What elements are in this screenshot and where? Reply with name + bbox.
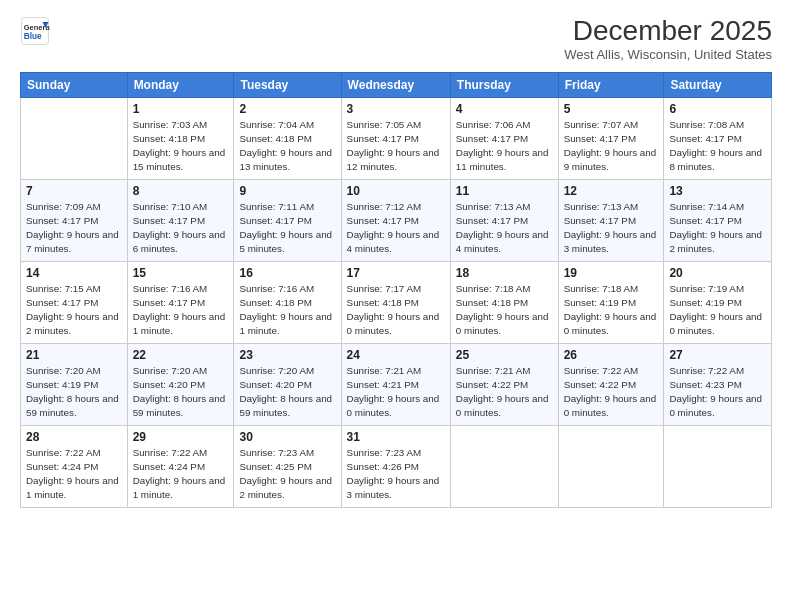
calendar-cell-w2-d4: 10Sunrise: 7:12 AMSunset: 4:17 PMDayligh…	[341, 179, 450, 261]
day-number: 9	[239, 184, 335, 198]
calendar-cell-w3-d2: 15Sunrise: 7:16 AMSunset: 4:17 PMDayligh…	[127, 261, 234, 343]
sunrise-text: Sunrise: 7:13 AM	[564, 201, 639, 212]
calendar-cell-w4-d3: 23Sunrise: 7:20 AMSunset: 4:20 PMDayligh…	[234, 343, 341, 425]
daylight-text: Daylight: 9 hours and 0 minutes.	[564, 311, 657, 336]
sunrise-text: Sunrise: 7:22 AM	[133, 447, 208, 458]
day-info: Sunrise: 7:22 AMSunset: 4:23 PMDaylight:…	[669, 364, 766, 421]
day-info: Sunrise: 7:22 AMSunset: 4:24 PMDaylight:…	[26, 446, 122, 503]
sunrise-text: Sunrise: 7:14 AM	[669, 201, 744, 212]
calendar-cell-w2-d1: 7Sunrise: 7:09 AMSunset: 4:17 PMDaylight…	[21, 179, 128, 261]
day-info: Sunrise: 7:22 AMSunset: 4:24 PMDaylight:…	[133, 446, 229, 503]
calendar-cell-w5-d1: 28Sunrise: 7:22 AMSunset: 4:24 PMDayligh…	[21, 425, 128, 507]
day-number: 21	[26, 348, 122, 362]
day-number: 27	[669, 348, 766, 362]
calendar-cell-w4-d1: 21Sunrise: 7:20 AMSunset: 4:19 PMDayligh…	[21, 343, 128, 425]
day-info: Sunrise: 7:22 AMSunset: 4:22 PMDaylight:…	[564, 364, 659, 421]
sunrise-text: Sunrise: 7:08 AM	[669, 119, 744, 130]
sunrise-text: Sunrise: 7:11 AM	[239, 201, 314, 212]
header-monday: Monday	[127, 72, 234, 97]
calendar-cell-w5-d6	[558, 425, 664, 507]
sunset-text: Sunset: 4:21 PM	[347, 379, 419, 390]
calendar-cell-w1-d2: 1Sunrise: 7:03 AMSunset: 4:18 PMDaylight…	[127, 97, 234, 179]
sunset-text: Sunset: 4:20 PM	[133, 379, 205, 390]
calendar-cell-w2-d7: 13Sunrise: 7:14 AMSunset: 4:17 PMDayligh…	[664, 179, 772, 261]
day-info: Sunrise: 7:23 AMSunset: 4:25 PMDaylight:…	[239, 446, 335, 503]
logo: General Blue	[20, 16, 50, 46]
header-sunday: Sunday	[21, 72, 128, 97]
month-title: December 2025	[564, 16, 772, 47]
calendar-week-4: 21Sunrise: 7:20 AMSunset: 4:19 PMDayligh…	[21, 343, 772, 425]
daylight-text: Daylight: 8 hours and 59 minutes.	[133, 393, 226, 418]
daylight-text: Daylight: 9 hours and 4 minutes.	[456, 229, 549, 254]
header: General Blue December 2025 West Allis, W…	[20, 16, 772, 62]
daylight-text: Daylight: 9 hours and 2 minutes.	[26, 311, 119, 336]
calendar-cell-w4-d6: 26Sunrise: 7:22 AMSunset: 4:22 PMDayligh…	[558, 343, 664, 425]
day-info: Sunrise: 7:20 AMSunset: 4:20 PMDaylight:…	[239, 364, 335, 421]
sunrise-text: Sunrise: 7:05 AM	[347, 119, 422, 130]
calendar-cell-w4-d4: 24Sunrise: 7:21 AMSunset: 4:21 PMDayligh…	[341, 343, 450, 425]
calendar-cell-w1-d7: 6Sunrise: 7:08 AMSunset: 4:17 PMDaylight…	[664, 97, 772, 179]
daylight-text: Daylight: 8 hours and 59 minutes.	[26, 393, 119, 418]
day-number: 8	[133, 184, 229, 198]
calendar-cell-w2-d2: 8Sunrise: 7:10 AMSunset: 4:17 PMDaylight…	[127, 179, 234, 261]
sunset-text: Sunset: 4:17 PM	[456, 133, 528, 144]
calendar-cell-w1-d6: 5Sunrise: 7:07 AMSunset: 4:17 PMDaylight…	[558, 97, 664, 179]
day-info: Sunrise: 7:20 AMSunset: 4:19 PMDaylight:…	[26, 364, 122, 421]
calendar-cell-w1-d5: 4Sunrise: 7:06 AMSunset: 4:17 PMDaylight…	[450, 97, 558, 179]
day-info: Sunrise: 7:04 AMSunset: 4:18 PMDaylight:…	[239, 118, 335, 175]
day-info: Sunrise: 7:10 AMSunset: 4:17 PMDaylight:…	[133, 200, 229, 257]
day-info: Sunrise: 7:20 AMSunset: 4:20 PMDaylight:…	[133, 364, 229, 421]
calendar-cell-w1-d3: 2Sunrise: 7:04 AMSunset: 4:18 PMDaylight…	[234, 97, 341, 179]
sunset-text: Sunset: 4:26 PM	[347, 461, 419, 472]
day-info: Sunrise: 7:16 AMSunset: 4:17 PMDaylight:…	[133, 282, 229, 339]
daylight-text: Daylight: 9 hours and 8 minutes.	[669, 147, 762, 172]
sunset-text: Sunset: 4:25 PM	[239, 461, 311, 472]
sunset-text: Sunset: 4:18 PM	[347, 297, 419, 308]
daylight-text: Daylight: 8 hours and 59 minutes.	[239, 393, 332, 418]
daylight-text: Daylight: 9 hours and 15 minutes.	[133, 147, 226, 172]
daylight-text: Daylight: 9 hours and 0 minutes.	[456, 393, 549, 418]
sunset-text: Sunset: 4:22 PM	[456, 379, 528, 390]
sunrise-text: Sunrise: 7:07 AM	[564, 119, 639, 130]
sunrise-text: Sunrise: 7:12 AM	[347, 201, 422, 212]
day-info: Sunrise: 7:12 AMSunset: 4:17 PMDaylight:…	[347, 200, 445, 257]
sunset-text: Sunset: 4:19 PM	[669, 297, 741, 308]
day-number: 24	[347, 348, 445, 362]
page: General Blue December 2025 West Allis, W…	[0, 0, 792, 612]
calendar-table: Sunday Monday Tuesday Wednesday Thursday…	[20, 72, 772, 508]
day-info: Sunrise: 7:05 AMSunset: 4:17 PMDaylight:…	[347, 118, 445, 175]
calendar-cell-w3-d6: 19Sunrise: 7:18 AMSunset: 4:19 PMDayligh…	[558, 261, 664, 343]
sunrise-text: Sunrise: 7:03 AM	[133, 119, 208, 130]
day-number: 10	[347, 184, 445, 198]
daylight-text: Daylight: 9 hours and 0 minutes.	[669, 393, 762, 418]
sunset-text: Sunset: 4:17 PM	[133, 215, 205, 226]
header-saturday: Saturday	[664, 72, 772, 97]
sunset-text: Sunset: 4:17 PM	[239, 215, 311, 226]
calendar-cell-w5-d3: 30Sunrise: 7:23 AMSunset: 4:25 PMDayligh…	[234, 425, 341, 507]
sunset-text: Sunset: 4:17 PM	[564, 133, 636, 144]
location: West Allis, Wisconsin, United States	[564, 47, 772, 62]
daylight-text: Daylight: 9 hours and 4 minutes.	[347, 229, 440, 254]
calendar-cell-w3-d7: 20Sunrise: 7:19 AMSunset: 4:19 PMDayligh…	[664, 261, 772, 343]
day-number: 6	[669, 102, 766, 116]
day-number: 3	[347, 102, 445, 116]
day-number: 15	[133, 266, 229, 280]
sunset-text: Sunset: 4:24 PM	[133, 461, 205, 472]
daylight-text: Daylight: 9 hours and 9 minutes.	[564, 147, 657, 172]
sunrise-text: Sunrise: 7:09 AM	[26, 201, 101, 212]
sunset-text: Sunset: 4:17 PM	[669, 133, 741, 144]
daylight-text: Daylight: 9 hours and 7 minutes.	[26, 229, 119, 254]
calendar-week-5: 28Sunrise: 7:22 AMSunset: 4:24 PMDayligh…	[21, 425, 772, 507]
daylight-text: Daylight: 9 hours and 12 minutes.	[347, 147, 440, 172]
daylight-text: Daylight: 9 hours and 0 minutes.	[347, 393, 440, 418]
sunrise-text: Sunrise: 7:06 AM	[456, 119, 531, 130]
daylight-text: Daylight: 9 hours and 6 minutes.	[133, 229, 226, 254]
sunset-text: Sunset: 4:17 PM	[456, 215, 528, 226]
calendar-cell-w3-d5: 18Sunrise: 7:18 AMSunset: 4:18 PMDayligh…	[450, 261, 558, 343]
daylight-text: Daylight: 9 hours and 1 minute.	[26, 475, 119, 500]
svg-text:Blue: Blue	[24, 32, 42, 41]
header-wednesday: Wednesday	[341, 72, 450, 97]
sunset-text: Sunset: 4:18 PM	[239, 297, 311, 308]
calendar-cell-w5-d2: 29Sunrise: 7:22 AMSunset: 4:24 PMDayligh…	[127, 425, 234, 507]
daylight-text: Daylight: 9 hours and 3 minutes.	[564, 229, 657, 254]
